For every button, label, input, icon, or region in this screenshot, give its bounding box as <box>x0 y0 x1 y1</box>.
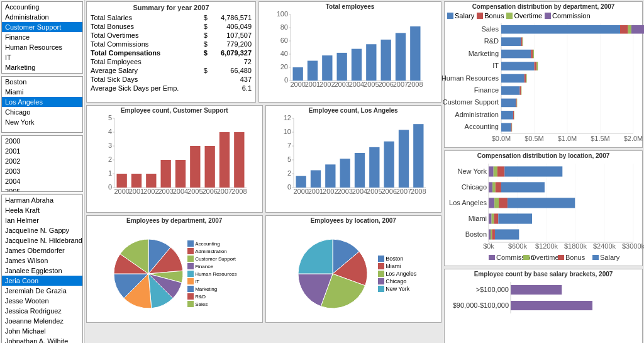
summary-label: Total Sick Days <box>89 75 202 84</box>
legend-item: New York <box>378 286 416 292</box>
list-item[interactable]: James Wilson <box>2 256 82 266</box>
svg-rect-94 <box>413 124 423 188</box>
list-item[interactable]: Jessica Rodriguez <box>2 306 82 316</box>
summary-prefix: $ <box>202 66 211 75</box>
summary-label: Total Salaries <box>89 13 202 22</box>
list-item[interactable]: 2000 <box>2 136 82 146</box>
svg-rect-46 <box>117 174 127 188</box>
list-item[interactable]: Human Resources <box>2 42 82 52</box>
svg-text:Salary: Salary <box>600 254 620 261</box>
legend-item: Human Resources <box>187 271 236 277</box>
list-item[interactable]: Jacqueline N. Hildebrand <box>2 235 82 245</box>
list-item[interactable]: Harman Abraha <box>2 195 82 205</box>
svg-text:4: 4 <box>108 128 112 135</box>
department-list[interactable]: AccountingAdministrationCustomer Support… <box>1 1 83 74</box>
list-item[interactable]: New York <box>2 117 82 127</box>
svg-rect-109 <box>501 25 620 34</box>
legend-item: Accounting <box>187 240 236 247</box>
list-item[interactable]: Marketing <box>2 62 82 72</box>
svg-rect-175 <box>496 182 501 192</box>
legend-item: Chicago <box>378 278 416 284</box>
list-item[interactable]: 2003 <box>2 166 82 176</box>
svg-rect-18 <box>322 55 332 81</box>
comp-by-dept-title: Compensation distribution by department,… <box>445 2 642 11</box>
list-item[interactable]: Jeria Coon <box>2 276 82 286</box>
list-item[interactable]: 2002 <box>2 156 82 166</box>
svg-rect-26 <box>380 40 391 81</box>
list-item[interactable]: IT <box>2 52 82 62</box>
summary-row: Average Salary$66,480 <box>89 66 253 75</box>
list-item[interactable]: Administration <box>2 12 82 22</box>
svg-rect-135 <box>519 86 521 95</box>
svg-text:Human Resources: Human Resources <box>441 74 499 82</box>
legend-item: R&D <box>187 293 236 300</box>
list-item[interactable]: Miami <box>2 87 82 97</box>
list-item[interactable]: Ian Helmer <box>2 215 82 225</box>
svg-rect-150 <box>511 123 512 132</box>
list-item[interactable]: Boston <box>2 77 82 87</box>
list-item[interactable]: 2005 <box>2 186 82 192</box>
emp-count-city-svg: 0257101220002001200220032004200520062007… <box>278 115 429 206</box>
svg-text:2002: 2002 <box>143 188 158 195</box>
legend-color <box>187 263 194 269</box>
svg-text:2006: 2006 <box>378 81 393 88</box>
svg-text:2008: 2008 <box>408 81 423 88</box>
summary-label: Average Sick Days per Emp. <box>89 84 202 93</box>
list-item[interactable]: Customer Support <box>2 22 82 32</box>
dept-pie-legend: AccountingAdministrationCustomer Support… <box>186 239 238 308</box>
svg-rect-52 <box>161 160 171 188</box>
svg-rect-144 <box>501 111 513 120</box>
svg-rect-90 <box>384 142 394 188</box>
legend-color <box>187 301 194 307</box>
svg-rect-88 <box>369 147 379 188</box>
bonus-color <box>477 13 483 19</box>
list-item[interactable]: Accounting <box>2 2 82 12</box>
list-item[interactable]: Johnathan A. Wilhite <box>2 336 82 343</box>
list-item[interactable]: 2004 <box>2 176 82 186</box>
svg-rect-170 <box>497 166 505 176</box>
svg-rect-194 <box>523 255 530 260</box>
year-list[interactable]: 200020012002200320042005200620072008 <box>1 135 83 192</box>
legend-salary: Salary <box>447 12 474 20</box>
list-item[interactable]: Jeremiah De Grazia <box>2 286 82 296</box>
svg-text:2000: 2000 <box>290 81 305 88</box>
summary-prefix <box>202 57 211 66</box>
summary-row: Total Sick Days437 <box>89 75 253 84</box>
list-item[interactable]: Los Angeles <box>2 97 82 107</box>
summary-prefix: $ <box>202 31 211 40</box>
summary-value: 779,200 <box>211 40 253 48</box>
svg-text:2004: 2004 <box>173 188 188 195</box>
summary-label: Total Employees <box>89 57 202 66</box>
employee-list[interactable]: Harman AbrahaHeela KraftIan HelmerJacque… <box>1 194 83 343</box>
list-item[interactable]: 2001 <box>2 146 82 156</box>
middle-row: Employee count, Customer Support 0123452… <box>85 104 443 214</box>
list-item[interactable]: Jesse Wooten <box>2 296 82 306</box>
svg-text:0: 0 <box>108 183 112 191</box>
svg-text:2004: 2004 <box>348 81 364 88</box>
summary-title: Summary for year 2007 <box>89 4 253 11</box>
svg-text:2007: 2007 <box>217 188 232 195</box>
list-item[interactable]: Heela Kraft <box>2 205 82 215</box>
dept-pie-svg <box>111 233 186 315</box>
city-list[interactable]: BostonMiamiLos AngelesChicagoNew York <box>1 76 83 133</box>
summary-prefix: $ <box>202 13 211 22</box>
summary-prefix: $ <box>202 40 211 48</box>
list-item[interactable]: James Oberndorfer <box>2 245 82 256</box>
comp-loc-svg: $0k$600k$1200k$1800k$2400k$3000kNew York… <box>445 160 640 264</box>
svg-text:Chicago: Chicago <box>462 183 487 191</box>
svg-text:Finance: Finance <box>474 86 499 94</box>
content-area: AccountingAdministrationCustomer Support… <box>0 0 644 343</box>
list-item[interactable]: Finance <box>2 32 82 42</box>
list-item[interactable]: John Michael <box>2 326 82 336</box>
legend-color <box>187 248 194 254</box>
list-item[interactable]: Jacqueline N. Gappy <box>2 225 82 235</box>
svg-rect-130 <box>525 74 526 83</box>
list-item[interactable]: R&D <box>2 72 82 74</box>
svg-rect-203 <box>511 301 592 310</box>
list-item[interactable]: Chicago <box>2 107 82 117</box>
list-item[interactable]: Janalee Eggleston <box>2 266 82 276</box>
commission-color <box>545 13 551 19</box>
emp-by-dept-chart: Employees by department, 2007 Accounting… <box>86 215 263 323</box>
list-item[interactable]: Joeanne Melendez <box>2 316 82 326</box>
svg-text:7: 7 <box>287 142 291 149</box>
